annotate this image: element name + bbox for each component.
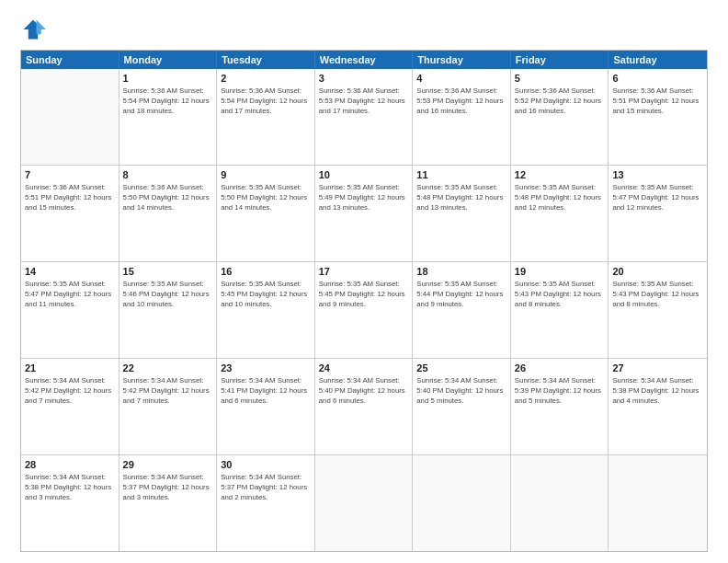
calendar-week-1: 1Sunrise: 5:36 AM Sunset: 5:54 PM Daylig… [21, 69, 707, 165]
day-info: Sunrise: 5:35 AM Sunset: 5:43 PM Dayligh… [515, 280, 605, 310]
calendar-cell [315, 455, 414, 551]
calendar-cell: 7Sunrise: 5:36 AM Sunset: 5:51 PM Daylig… [21, 166, 119, 261]
calendar-cell: 24Sunrise: 5:34 AM Sunset: 5:40 PM Dayli… [315, 359, 414, 454]
header-day-thursday: Thursday [413, 51, 511, 69]
day-info: Sunrise: 5:35 AM Sunset: 5:45 PM Dayligh… [319, 280, 409, 310]
day-number: 27 [612, 362, 703, 374]
calendar-cell: 13Sunrise: 5:35 AM Sunset: 5:47 PM Dayli… [609, 166, 707, 261]
day-info: Sunrise: 5:34 AM Sunset: 5:40 PM Dayligh… [319, 376, 409, 407]
day-info: Sunrise: 5:36 AM Sunset: 5:50 PM Dayligh… [123, 183, 213, 213]
day-info: Sunrise: 5:36 AM Sunset: 5:54 PM Dayligh… [221, 86, 311, 117]
calendar-cell: 20Sunrise: 5:35 AM Sunset: 5:43 PM Dayli… [609, 262, 707, 358]
calendar-week-3: 14Sunrise: 5:35 AM Sunset: 5:47 PM Dayli… [21, 261, 707, 358]
day-number: 12 [515, 168, 605, 181]
day-info: Sunrise: 5:35 AM Sunset: 5:46 PM Dayligh… [123, 280, 213, 310]
day-number: 26 [515, 362, 605, 374]
day-info: Sunrise: 5:35 AM Sunset: 5:47 PM Dayligh… [612, 183, 703, 213]
calendar-cell: 1Sunrise: 5:36 AM Sunset: 5:54 PM Daylig… [119, 69, 218, 165]
day-number: 10 [319, 168, 409, 181]
day-number: 13 [612, 168, 703, 181]
calendar-cell [609, 455, 707, 551]
calendar-cell: 28Sunrise: 5:34 AM Sunset: 5:38 PM Dayli… [21, 455, 119, 551]
day-info: Sunrise: 5:34 AM Sunset: 5:37 PM Dayligh… [123, 473, 213, 503]
calendar-cell: 29Sunrise: 5:34 AM Sunset: 5:37 PM Dayli… [119, 455, 218, 551]
day-info: Sunrise: 5:36 AM Sunset: 5:51 PM Dayligh… [25, 183, 115, 213]
day-info: Sunrise: 5:35 AM Sunset: 5:47 PM Dayligh… [25, 280, 115, 310]
calendar-cell: 6Sunrise: 5:36 AM Sunset: 5:51 PM Daylig… [609, 69, 707, 165]
day-number: 29 [123, 458, 213, 471]
day-info: Sunrise: 5:34 AM Sunset: 5:41 PM Dayligh… [221, 376, 311, 407]
calendar-cell: 5Sunrise: 5:36 AM Sunset: 5:52 PM Daylig… [511, 69, 609, 165]
day-info: Sunrise: 5:34 AM Sunset: 5:40 PM Dayligh… [416, 376, 506, 407]
day-info: Sunrise: 5:36 AM Sunset: 5:53 PM Dayligh… [319, 86, 409, 117]
calendar-week-2: 7Sunrise: 5:36 AM Sunset: 5:51 PM Daylig… [21, 165, 707, 261]
day-info: Sunrise: 5:36 AM Sunset: 5:53 PM Dayligh… [416, 86, 506, 117]
day-number: 5 [515, 72, 605, 85]
calendar-header-row: SundayMondayTuesdayWednesdayThursdayFrid… [21, 51, 707, 69]
calendar-cell: 2Sunrise: 5:36 AM Sunset: 5:54 PM Daylig… [217, 69, 315, 165]
header-day-saturday: Saturday [609, 51, 707, 69]
day-number: 15 [123, 265, 213, 278]
day-number: 21 [25, 362, 115, 374]
calendar-cell [511, 455, 609, 551]
day-number: 4 [416, 72, 506, 85]
day-number: 1 [123, 72, 213, 85]
day-info: Sunrise: 5:34 AM Sunset: 5:42 PM Dayligh… [123, 376, 213, 407]
day-info: Sunrise: 5:34 AM Sunset: 5:37 PM Dayligh… [221, 473, 311, 503]
day-number: 22 [123, 362, 213, 374]
calendar-cell: 16Sunrise: 5:35 AM Sunset: 5:45 PM Dayli… [217, 262, 315, 358]
calendar-cell: 12Sunrise: 5:35 AM Sunset: 5:48 PM Dayli… [511, 166, 609, 261]
calendar-week-5: 28Sunrise: 5:34 AM Sunset: 5:38 PM Dayli… [21, 454, 707, 551]
day-info: Sunrise: 5:34 AM Sunset: 5:42 PM Dayligh… [25, 376, 115, 407]
day-info: Sunrise: 5:34 AM Sunset: 5:39 PM Dayligh… [515, 376, 605, 407]
day-info: Sunrise: 5:35 AM Sunset: 5:44 PM Dayligh… [416, 280, 506, 310]
calendar-cell: 18Sunrise: 5:35 AM Sunset: 5:44 PM Dayli… [413, 262, 511, 358]
day-number: 18 [416, 265, 506, 278]
day-number: 7 [25, 168, 115, 181]
day-info: Sunrise: 5:35 AM Sunset: 5:49 PM Dayligh… [319, 183, 409, 213]
day-number: 23 [221, 362, 311, 374]
day-number: 3 [319, 72, 409, 85]
calendar-week-4: 21Sunrise: 5:34 AM Sunset: 5:42 PM Dayli… [21, 358, 707, 454]
calendar-cell: 30Sunrise: 5:34 AM Sunset: 5:37 PM Dayli… [217, 455, 315, 551]
svg-marker-1 [37, 20, 47, 35]
day-number: 24 [319, 362, 409, 374]
day-number: 17 [319, 265, 409, 278]
calendar-cell: 22Sunrise: 5:34 AM Sunset: 5:42 PM Dayli… [119, 359, 218, 454]
day-number: 8 [123, 168, 213, 181]
page: SundayMondayTuesdayWednesdayThursdayFrid… [0, 0, 728, 563]
day-number: 11 [416, 168, 506, 181]
calendar: SundayMondayTuesdayWednesdayThursdayFrid… [20, 50, 708, 552]
calendar-cell: 23Sunrise: 5:34 AM Sunset: 5:41 PM Dayli… [217, 359, 315, 454]
day-number: 19 [515, 265, 605, 278]
day-number: 20 [612, 265, 703, 278]
day-info: Sunrise: 5:36 AM Sunset: 5:54 PM Dayligh… [123, 86, 213, 117]
calendar-cell: 26Sunrise: 5:34 AM Sunset: 5:39 PM Dayli… [511, 359, 609, 454]
day-info: Sunrise: 5:35 AM Sunset: 5:48 PM Dayligh… [416, 183, 506, 213]
calendar-cell: 14Sunrise: 5:35 AM Sunset: 5:47 PM Dayli… [21, 262, 119, 358]
day-info: Sunrise: 5:35 AM Sunset: 5:43 PM Dayligh… [612, 280, 703, 310]
calendar-cell: 10Sunrise: 5:35 AM Sunset: 5:49 PM Dayli… [315, 166, 414, 261]
logo-icon [20, 17, 46, 42]
calendar-cell: 8Sunrise: 5:36 AM Sunset: 5:50 PM Daylig… [119, 166, 218, 261]
day-info: Sunrise: 5:35 AM Sunset: 5:48 PM Dayligh… [515, 183, 605, 213]
calendar-cell: 25Sunrise: 5:34 AM Sunset: 5:40 PM Dayli… [413, 359, 511, 454]
calendar-body: 1Sunrise: 5:36 AM Sunset: 5:54 PM Daylig… [21, 69, 707, 551]
calendar-cell: 17Sunrise: 5:35 AM Sunset: 5:45 PM Dayli… [315, 262, 414, 358]
calendar-cell: 27Sunrise: 5:34 AM Sunset: 5:38 PM Dayli… [609, 359, 707, 454]
day-info: Sunrise: 5:35 AM Sunset: 5:50 PM Dayligh… [221, 183, 311, 213]
calendar-cell: 15Sunrise: 5:35 AM Sunset: 5:46 PM Dayli… [119, 262, 218, 358]
day-number: 2 [221, 72, 311, 85]
day-number: 6 [612, 72, 703, 85]
day-info: Sunrise: 5:34 AM Sunset: 5:38 PM Dayligh… [25, 473, 115, 503]
day-info: Sunrise: 5:35 AM Sunset: 5:45 PM Dayligh… [221, 280, 311, 310]
header-day-monday: Monday [119, 51, 218, 69]
day-info: Sunrise: 5:36 AM Sunset: 5:52 PM Dayligh… [515, 86, 605, 117]
calendar-cell: 3Sunrise: 5:36 AM Sunset: 5:53 PM Daylig… [315, 69, 414, 165]
calendar-cell: 9Sunrise: 5:35 AM Sunset: 5:50 PM Daylig… [217, 166, 315, 261]
header [20, 17, 708, 42]
calendar-cell [21, 69, 119, 165]
day-number: 14 [25, 265, 115, 278]
header-day-wednesday: Wednesday [315, 51, 414, 69]
header-day-friday: Friday [511, 51, 609, 69]
